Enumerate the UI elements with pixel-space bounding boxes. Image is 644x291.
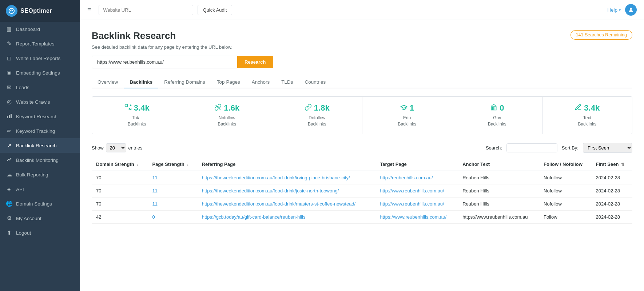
- leads-icon: ✉: [6, 84, 12, 91]
- target-page-link[interactable]: https://www.reubenhills.com.au/: [380, 214, 446, 220]
- sidebar-item-label: Website Crawls: [16, 99, 50, 105]
- help-link[interactable]: Help ▾: [607, 7, 621, 13]
- hamburger-button[interactable]: ≡: [87, 6, 91, 14]
- bulk-reporting-icon: ☁: [6, 171, 12, 178]
- tab-countries[interactable]: Countries: [299, 76, 331, 88]
- first-seen-cell: 2024-02-28: [592, 210, 632, 223]
- target-page-cell: http://www.reubenhills.com.au/: [375, 197, 458, 210]
- backlinks-table: Domain Strength ↕ Page Strength ↕ Referr…: [92, 158, 632, 224]
- tab-tlds[interactable]: TLDs: [275, 76, 299, 88]
- sort-select[interactable]: First Seen Domain Strength Page Strength: [583, 143, 632, 153]
- page-header: Backlink Research 141 Searches Remaining: [92, 30, 632, 41]
- sidebar-item-label: Backlink Research: [16, 143, 57, 148]
- sidebar-item-bulk-reporting[interactable]: ☁ Bulk Reporting: [0, 167, 80, 182]
- stat-nofollow-backlinks: 1.6k NofollowBacklinks: [182, 97, 273, 134]
- sidebar-item-white-label-reports[interactable]: ◻ White Label Reports: [0, 51, 80, 65]
- sidebar-item-backlink-research[interactable]: ↗ Backlink Research: [0, 138, 80, 153]
- stat-value: 1: [400, 103, 414, 113]
- content-area: Backlink Research 141 Searches Remaining…: [80, 20, 644, 291]
- svg-rect-1: [7, 116, 8, 118]
- anchor-text-cell: Reuben Hills: [458, 184, 539, 197]
- show-label: Show: [92, 145, 104, 151]
- sidebar-item-domain-settings[interactable]: 🌐 Domain Settings: [0, 196, 80, 211]
- backlink-url-input[interactable]: [92, 56, 237, 68]
- referring-page-link[interactable]: https://theweekendedition.com.au/food-dr…: [202, 201, 355, 207]
- sidebar-item-label: Embedding Settings: [16, 70, 60, 76]
- tab-backlinks[interactable]: Backlinks: [124, 76, 158, 88]
- tab-top-pages[interactable]: Top Pages: [211, 76, 246, 88]
- research-button[interactable]: Research: [237, 56, 273, 68]
- table-row: 70 11 https://theweekendedition.com.au/f…: [92, 171, 632, 184]
- table-search-input[interactable]: [506, 143, 557, 152]
- sidebar-item-dashboard[interactable]: ▦ Dashboard: [0, 22, 80, 36]
- stat-label: NofollowBacklinks: [218, 115, 236, 127]
- sidebar-logo: SEOptimer: [0, 0, 80, 22]
- page-subtitle: See detailed backlink data for any page …: [92, 44, 632, 50]
- white-label-icon: ◻: [6, 55, 12, 61]
- first-seen-cell: 2024-02-28: [592, 171, 632, 184]
- stat-total-backlinks: 3.4k TotalBacklinks: [92, 97, 182, 134]
- stat-gov-backlinks: 0 GovBacklinks: [452, 97, 542, 134]
- dofollow-icon: [305, 104, 312, 113]
- target-page-cell: https://www.reubenhills.com.au/: [375, 210, 458, 223]
- target-page-cell: http://www.reubenhills.com.au/: [375, 184, 458, 197]
- stat-value: 3.4k: [124, 103, 150, 113]
- gov-icon: [490, 104, 497, 113]
- url-search-bar: Research: [92, 56, 632, 68]
- quick-audit-button[interactable]: Quick Audit: [198, 5, 232, 15]
- anchor-text-cell: Reuben Hills: [458, 171, 539, 184]
- total-backlinks-icon: [124, 104, 132, 113]
- svg-point-0: [9, 8, 14, 13]
- page-title: Backlink Research: [92, 30, 176, 41]
- sidebar-item-logout[interactable]: ⬆ Logout: [0, 226, 80, 240]
- stat-value: 1.8k: [305, 103, 330, 113]
- tab-anchors[interactable]: Anchors: [246, 76, 276, 88]
- domain-strength-cell: 42: [92, 210, 148, 223]
- stat-label: DofollowBacklinks: [308, 115, 326, 127]
- referring-page-link[interactable]: https://theweekendedition.com.au/food-dr…: [202, 188, 339, 194]
- sidebar-item-label: Keyword Tracking: [16, 128, 55, 134]
- sidebar-item-report-templates[interactable]: ✎ Report Templates: [0, 36, 80, 51]
- report-templates-icon: ✎: [6, 40, 12, 47]
- sidebar-item-label: Bulk Reporting: [16, 172, 48, 178]
- page-strength-cell: 11: [148, 184, 197, 197]
- sidebar-item-website-crawls[interactable]: ◎ Website Crawls: [0, 95, 80, 109]
- logo-text: SEOptimer: [20, 8, 52, 14]
- target-page-link[interactable]: http://www.reubenhills.com.au/: [380, 188, 444, 194]
- stat-label: EduBacklinks: [398, 115, 416, 127]
- tab-overview[interactable]: Overview: [92, 76, 124, 88]
- sidebar-item-keyword-tracking[interactable]: ✏ Keyword Tracking: [0, 124, 80, 138]
- referring-page-link[interactable]: https://theweekendedition.com.au/food-dr…: [202, 175, 350, 180]
- show-entries: Show 20 50 100 entries: [92, 143, 143, 152]
- target-page-link[interactable]: http://reubenhills.com.au/: [380, 175, 433, 180]
- table-row: 42 0 https://gcb.today/au/gift-card-bala…: [92, 210, 632, 223]
- target-page-link[interactable]: http://www.reubenhills.com.au/: [380, 201, 444, 207]
- sidebar-item-keyword-research[interactable]: Keyword Research: [0, 109, 80, 124]
- edu-icon: [400, 104, 408, 113]
- table-row: 70 11 https://theweekendedition.com.au/f…: [92, 184, 632, 197]
- svg-point-4: [630, 8, 632, 10]
- stat-value: 0: [490, 103, 504, 113]
- backlink-research-icon: ↗: [6, 142, 12, 149]
- logout-icon: ⬆: [6, 230, 12, 236]
- dashboard-icon: ▦: [6, 26, 12, 32]
- stat-value: 1.6k: [214, 103, 239, 113]
- sidebar-item-backlink-monitoring[interactable]: Backlink Monitoring: [0, 153, 80, 167]
- topbar: ≡ Quick Audit Help ▾: [80, 0, 644, 20]
- sidebar-item-my-account[interactable]: ⚙ My Account: [0, 211, 80, 226]
- domain-strength-cell: 70: [92, 171, 148, 184]
- col-target-page: Target Page: [375, 158, 458, 171]
- sidebar-item-embedding-settings[interactable]: ▣ Embedding Settings: [0, 65, 80, 80]
- sidebar-item-label: White Label Reports: [16, 56, 60, 61]
- stat-label: TextBacklinks: [578, 115, 596, 127]
- page-strength-cell: 0: [148, 210, 197, 223]
- topbar-url-input[interactable]: [99, 5, 193, 15]
- tab-referring-domains[interactable]: Referring Domains: [158, 76, 211, 88]
- sidebar-item-api[interactable]: ◈ API: [0, 182, 80, 196]
- entries-select[interactable]: 20 50 100: [106, 143, 126, 152]
- sidebar-item-label: Leads: [16, 85, 29, 90]
- referring-page-link[interactable]: https://gcb.today/au/gift-card-balance/r…: [202, 214, 306, 220]
- svg-rect-3: [11, 114, 12, 118]
- sidebar-item-leads[interactable]: ✉ Leads: [0, 80, 80, 95]
- user-avatar[interactable]: [625, 4, 637, 16]
